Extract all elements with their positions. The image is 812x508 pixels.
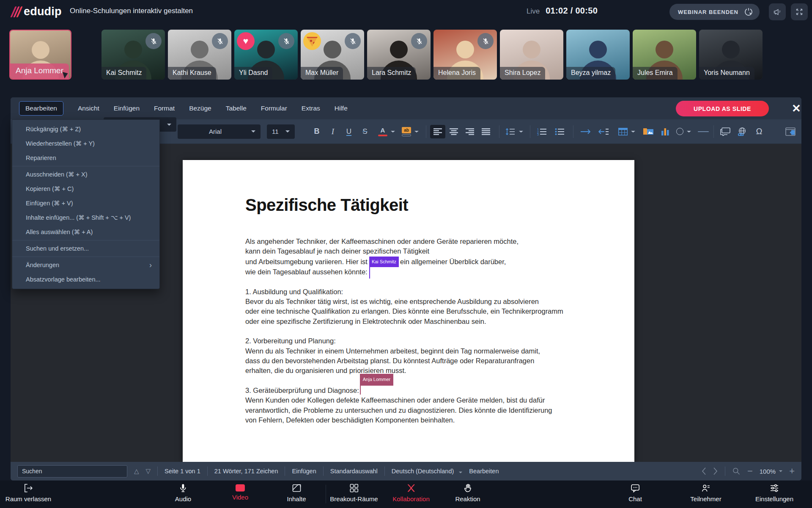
zoom-level-select[interactable]: 100% xyxy=(760,468,782,475)
menu-item-paste[interactable]: Einfügen (⌘ + V) xyxy=(12,196,159,210)
editor-statusbar: △ ▽ Seite 1 von 1 21 Wörter, 171 Zeichen… xyxy=(11,462,801,480)
menu-einfuegen[interactable]: Einfügen xyxy=(114,105,140,112)
bullet-list-button[interactable] xyxy=(552,125,567,138)
reaction-button[interactable]: Reaktion xyxy=(455,483,480,502)
line-spacing-button[interactable] xyxy=(503,125,525,138)
menu-item-edit-paragraph-style[interactable]: Absatzvorlage bearbeiten... xyxy=(12,272,159,287)
font-family-select[interactable]: Arial xyxy=(178,124,261,139)
zoom-in-button[interactable]: + xyxy=(789,467,795,476)
participant-name-label: Kai Schmitz xyxy=(102,67,146,80)
audio-button[interactable]: Audio xyxy=(175,483,191,502)
zoom-search-icon[interactable] xyxy=(732,467,741,475)
align-right-icon xyxy=(466,128,474,135)
menu-item-undo[interactable]: Rückgängig (⌘ + Z) xyxy=(12,122,159,136)
video-tile[interactable]: Lara Schmitz xyxy=(367,30,431,80)
video-tile[interactable]: Shira Lopez xyxy=(500,30,563,80)
hyperlink-button[interactable] xyxy=(735,125,750,138)
menu-hilfe[interactable]: Hilfe xyxy=(335,105,348,112)
underline-button[interactable]: U xyxy=(341,125,357,138)
selection-mode-indicator[interactable]: Standardauswahl xyxy=(330,468,378,475)
menu-item-repair[interactable]: Reparieren xyxy=(12,151,159,165)
justify-icon xyxy=(482,128,490,135)
fullscreen-button[interactable] xyxy=(791,3,808,20)
content-button[interactable]: Inhalte xyxy=(287,483,306,502)
video-tile[interactable]: Kathi Krause xyxy=(168,30,231,80)
menu-format[interactable]: Format xyxy=(154,105,175,112)
video-tile[interactable]: Jules Emira xyxy=(633,30,696,80)
align-right-button[interactable] xyxy=(462,125,477,138)
insert-line-button[interactable] xyxy=(696,125,711,138)
webinar-title: Online-Schulungen interaktiv gestalten xyxy=(70,7,193,15)
chat-button[interactable]: Chat xyxy=(628,483,642,502)
highlight-color-button[interactable]: ab xyxy=(400,125,421,138)
menu-bezuege[interactable]: Bezüge xyxy=(189,105,211,112)
menu-tabelle[interactable]: Tabelle xyxy=(226,105,247,112)
ordered-list-button[interactable]: 123 xyxy=(534,125,549,138)
page-indicator[interactable]: Seite 1 von 1 xyxy=(165,468,200,475)
video-button[interactable]: Video xyxy=(232,483,248,501)
collaboration-icon xyxy=(406,483,416,493)
video-tile[interactable]: Kai Schmitz xyxy=(102,30,165,80)
language-select[interactable]: Deutsch (Deutschland) xyxy=(392,468,463,475)
menu-item-cut[interactable]: Ausschneiden (⌘ + X) xyxy=(12,167,159,182)
leave-room-button[interactable]: Raum verlassen xyxy=(5,483,51,502)
insert-image-button[interactable] xyxy=(641,125,656,138)
search-prev-button[interactable]: △ xyxy=(134,467,139,475)
participants-button[interactable]: Teilnehmer xyxy=(690,483,721,502)
menu-item-find-replace[interactable]: Suchen und ersetzen... xyxy=(12,241,159,256)
insert-shape-button[interactable] xyxy=(674,125,693,138)
end-webinar-button[interactable]: WEBINAR BEENDEN xyxy=(669,4,760,20)
video-tile[interactable]: Beyza yilmaz xyxy=(566,30,630,80)
word-count[interactable]: 21 Wörter, 171 Zeichen xyxy=(214,468,278,475)
participant-name-label: Lara Schmitz xyxy=(367,67,416,80)
video-tile[interactable]: Max Müller xyxy=(301,30,364,80)
close-editor-icon[interactable]: ✕ xyxy=(790,102,803,115)
insert-table-button[interactable] xyxy=(616,125,637,138)
settings-button[interactable]: Einstellungen xyxy=(755,483,793,502)
menu-item-copy[interactable]: Kopieren (⌘ + C) xyxy=(12,182,159,196)
insert-mode-indicator[interactable]: Einfügen xyxy=(292,468,316,475)
zoom-out-button[interactable]: − xyxy=(747,467,753,476)
document-page[interactable]: Spezifische Tätigkeit Als angehender Tec… xyxy=(183,160,634,462)
search-input[interactable] xyxy=(17,465,127,478)
menu-item-changes[interactable]: Änderungen › xyxy=(12,258,159,272)
video-tile-self[interactable]: Anja Lommer xyxy=(9,30,71,80)
menu-bearbeiten[interactable]: Bearbeiten xyxy=(19,101,63,116)
collaboration-button[interactable]: Kollaboration xyxy=(392,483,430,502)
video-tile[interactable]: ♥ Yli Dasnd xyxy=(234,30,298,80)
bold-button[interactable]: B xyxy=(309,125,324,138)
font-color-button[interactable]: A xyxy=(377,125,396,138)
align-center-button[interactable] xyxy=(446,125,461,138)
page-prev-icon[interactable] xyxy=(701,467,706,475)
indent-decrease-button[interactable] xyxy=(596,125,611,138)
align-left-button[interactable] xyxy=(430,125,445,138)
breakout-rooms-button[interactable]: Breakout-Räume xyxy=(330,483,378,502)
page-next-icon[interactable] xyxy=(713,467,718,475)
menu-formular[interactable]: Formular xyxy=(261,105,287,112)
font-size-select[interactable]: 11 xyxy=(267,124,295,139)
menu-item-paste-special[interactable]: Inhalte einfügen... (⌘ + Shift + ⌥ + V) xyxy=(12,210,159,225)
menu-item-select-all[interactable]: Alles auswählen (⌘ + A) xyxy=(12,225,159,239)
announcement-button[interactable] xyxy=(769,3,786,20)
menu-extras[interactable]: Extras xyxy=(302,105,320,112)
comment-icon xyxy=(720,127,730,136)
italic-button[interactable]: I xyxy=(325,125,340,138)
strikethrough-button[interactable]: S xyxy=(357,125,373,138)
doc-section-1: 1. Ausbildung und Qualifikation: Bevor d… xyxy=(245,287,588,327)
timer-value: 01:02 / 00:50 xyxy=(546,6,598,16)
globe-link-icon xyxy=(738,127,747,136)
insert-chart-button[interactable] xyxy=(658,125,673,138)
video-tile[interactable]: Helena Joris xyxy=(433,30,497,80)
submenu-arrow-icon: › xyxy=(149,261,152,270)
menu-item-redo[interactable]: Wiederherstellen (⌘ + Y) xyxy=(12,136,159,151)
comment-button[interactable] xyxy=(718,125,733,138)
video-tile[interactable]: Yoris Neumann xyxy=(699,30,763,80)
justify-button[interactable] xyxy=(478,125,494,138)
search-next-button[interactable]: ▽ xyxy=(146,467,151,475)
special-character-button[interactable]: Ω xyxy=(752,125,767,138)
menu-ansicht[interactable]: Ansicht xyxy=(78,105,99,112)
edit-mode-indicator[interactable]: Bearbeiten xyxy=(469,468,499,475)
indent-increase-button[interactable] xyxy=(578,125,593,138)
upload-as-slide-button[interactable]: UPLOAD AS SLIDE xyxy=(676,101,769,116)
sidebar-toggle-button[interactable] xyxy=(781,125,800,138)
